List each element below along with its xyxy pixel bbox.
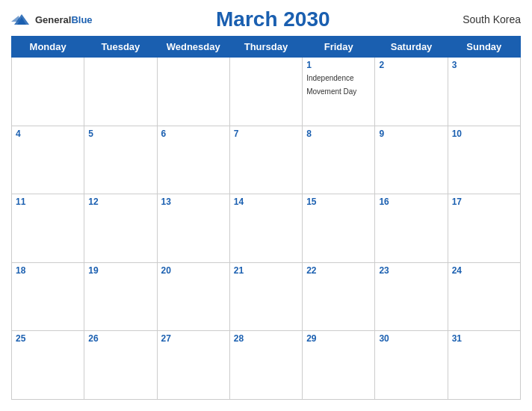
calendar-cell: 22 <box>303 262 375 331</box>
col-monday: Monday <box>12 37 84 58</box>
day-number: 21 <box>234 265 298 276</box>
calendar-cell: 16 <box>375 194 448 263</box>
calendar-cell: 23 <box>375 262 448 331</box>
calendar-cell: 3 <box>448 58 520 126</box>
calendar-cell: 4 <box>12 126 84 194</box>
calendar-cell: 11 <box>12 194 84 263</box>
day-number: 2 <box>379 60 443 70</box>
day-number: 17 <box>452 197 516 207</box>
day-number: 18 <box>16 265 80 276</box>
top-header: GeneralBlue March 2030 South Korea <box>11 7 521 31</box>
col-thursday: Thursday <box>229 37 302 58</box>
table-row: 18192021222324 <box>12 262 521 331</box>
calendar-cell: 13 <box>157 194 229 263</box>
col-sunday: Sunday <box>448 37 520 58</box>
logo-text: GeneralBlue <box>35 13 93 26</box>
table-row: 1Independence Movement Day23 <box>12 58 521 126</box>
day-number: 28 <box>234 333 298 344</box>
day-number: 23 <box>379 265 443 276</box>
day-number: 15 <box>306 197 371 207</box>
day-number: 14 <box>234 197 298 207</box>
calendar-cell: 1Independence Movement Day <box>303 58 375 126</box>
header-row: Monday Tuesday Wednesday Thursday Friday… <box>12 37 521 58</box>
holiday-label: Independence Movement Day <box>306 74 356 96</box>
calendar-title: March 2030 <box>93 7 454 31</box>
calendar-cell: 27 <box>157 331 229 400</box>
calendar-cell: 19 <box>84 262 157 331</box>
calendar-cell: 31 <box>448 331 520 400</box>
day-number: 26 <box>88 333 152 344</box>
calendar-cell: 5 <box>84 126 157 194</box>
calendar-cell: 15 <box>303 194 375 263</box>
calendar-cell: 24 <box>448 262 520 331</box>
calendar-cell: 17 <box>448 194 520 263</box>
day-number: 5 <box>88 129 152 139</box>
calendar-cell <box>157 58 229 126</box>
calendar-cell: 26 <box>84 331 157 400</box>
day-number: 27 <box>161 333 226 344</box>
day-number: 20 <box>161 265 226 276</box>
day-number: 12 <box>88 197 152 207</box>
calendar-cell: 29 <box>303 331 375 400</box>
day-number: 9 <box>379 129 443 139</box>
calendar-cell: 7 <box>229 126 302 194</box>
col-wednesday: Wednesday <box>157 37 229 58</box>
day-number: 13 <box>161 197 226 207</box>
logo-bird-icon <box>11 11 32 28</box>
day-number: 25 <box>16 333 80 344</box>
day-number: 4 <box>16 129 80 139</box>
calendar-cell: 28 <box>229 331 302 400</box>
calendar-cell: 12 <box>84 194 157 263</box>
country-name: South Korea <box>454 13 521 25</box>
day-number: 24 <box>452 265 516 276</box>
day-number: 11 <box>16 197 80 207</box>
table-row: 11121314151617 <box>12 194 521 263</box>
day-number: 6 <box>161 129 226 139</box>
day-number: 8 <box>306 129 371 139</box>
day-number: 3 <box>452 60 516 70</box>
day-number: 19 <box>88 265 152 276</box>
day-number: 31 <box>452 333 516 344</box>
calendar-cell: 20 <box>157 262 229 331</box>
calendar-table: Monday Tuesday Wednesday Thursday Friday… <box>11 36 521 400</box>
calendar-cell: 30 <box>375 331 448 400</box>
logo: GeneralBlue <box>11 11 93 28</box>
day-number: 16 <box>379 197 443 207</box>
col-tuesday: Tuesday <box>84 37 157 58</box>
calendar-cell: 9 <box>375 126 448 194</box>
day-number: 22 <box>306 265 371 276</box>
calendar-cell: 10 <box>448 126 520 194</box>
calendar-cell: 6 <box>157 126 229 194</box>
day-number: 10 <box>452 129 516 139</box>
calendar-cell: 2 <box>375 58 448 126</box>
calendar-cell <box>84 58 157 126</box>
col-saturday: Saturday <box>375 37 448 58</box>
calendar-cell <box>229 58 302 126</box>
day-number: 7 <box>234 129 298 139</box>
calendar-cell: 8 <box>303 126 375 194</box>
calendar-cell: 21 <box>229 262 302 331</box>
calendar-cell: 25 <box>12 331 84 400</box>
day-number: 1 <box>306 60 371 70</box>
day-number: 29 <box>306 333 371 344</box>
calendar-cell <box>12 58 84 126</box>
svg-marker-2 <box>11 16 20 22</box>
day-number: 30 <box>379 333 443 344</box>
calendar-cell: 14 <box>229 194 302 263</box>
calendar-cell: 18 <box>12 262 84 331</box>
col-friday: Friday <box>303 37 375 58</box>
table-row: 25262728293031 <box>12 331 521 400</box>
table-row: 45678910 <box>12 126 521 194</box>
